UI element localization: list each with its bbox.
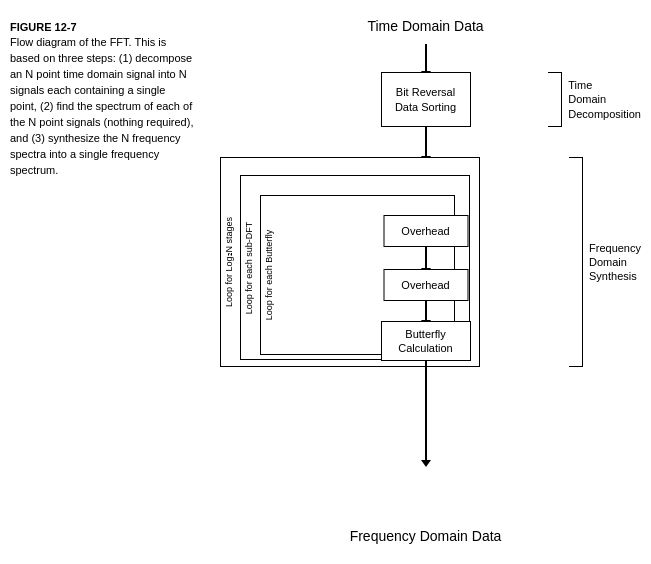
diagram-area: Time Domain Data Bit Reversal Data Sorti… bbox=[200, 0, 651, 564]
freq-domain-label: Frequency Domain Data bbox=[350, 528, 502, 544]
time-decomp-label: Time Domain Decomposition bbox=[568, 78, 641, 121]
time-domain-label: Time Domain Data bbox=[367, 18, 483, 34]
figure-caption: FIGURE 12-7 Flow diagram of the FFT. Thi… bbox=[10, 20, 195, 179]
butterfly-text: Butterfly Calculation bbox=[398, 327, 452, 356]
loop-middle-text: Loop for each sub-DFT bbox=[244, 221, 254, 314]
butterfly-box: Butterfly Calculation bbox=[381, 321, 471, 361]
overhead2-text: Overhead bbox=[401, 279, 449, 291]
overhead-box-1: Overhead bbox=[383, 215, 468, 247]
loop-inner-text: Loop for each Butterfly bbox=[264, 230, 274, 321]
loop-label-middle: Loop for each sub-DFT bbox=[242, 175, 256, 360]
time-decomp-brace: Time Domain Decomposition bbox=[548, 72, 641, 127]
arrow-butterfly-to-freqdomain bbox=[425, 361, 427, 461]
overhead1-text: Overhead bbox=[401, 225, 449, 237]
arrow-time-to-bitreversal bbox=[425, 44, 427, 72]
overhead-box-2: Overhead bbox=[383, 269, 468, 301]
bit-reversal-box: Bit Reversal Data Sorting bbox=[381, 72, 471, 127]
arrow-overhead2-to-butterfly bbox=[425, 301, 427, 321]
loop-label-inner: Loop for each Butterfly bbox=[262, 195, 276, 355]
freq-synth-brace: Frequency Domain Synthesis bbox=[569, 157, 641, 367]
figure-description: Flow diagram of the FFT. This is based o… bbox=[10, 35, 195, 178]
bit-reversal-text: Bit Reversal Data Sorting bbox=[395, 85, 456, 114]
loop-outer-text: Loop for Log₂N stages bbox=[224, 217, 234, 307]
arrow-bitreversal-to-loops bbox=[425, 127, 427, 157]
figure-label: FIGURE 12-7 bbox=[10, 20, 195, 35]
arrow-overhead1-to-overhead2 bbox=[425, 247, 427, 269]
freq-synth-label: Frequency Domain Synthesis bbox=[589, 241, 641, 284]
brace-freq-bracket bbox=[569, 157, 583, 367]
brace-time-bracket bbox=[548, 72, 562, 127]
loop-label-outer: Loop for Log₂N stages bbox=[222, 157, 236, 367]
